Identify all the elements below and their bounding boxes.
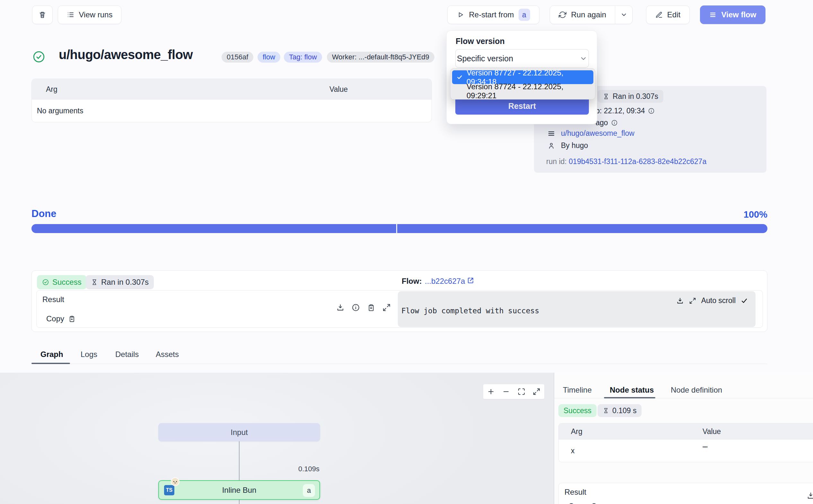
node-id-badge: a — [303, 484, 315, 497]
check-icon — [457, 74, 463, 80]
result-actions — [336, 303, 391, 312]
graph-edge — [239, 500, 240, 504]
node-duration-badge: 0.109 s — [598, 404, 642, 417]
run-again-button[interactable]: Run again — [550, 5, 633, 24]
chevron-down-icon — [580, 55, 589, 62]
menu-bars-icon — [547, 130, 555, 137]
no-arguments-text: No arguments — [37, 107, 83, 115]
flow-path-link[interactable]: u/hugo/awesome_flow — [561, 129, 634, 138]
node-success-badge: Success — [558, 404, 597, 417]
input-node[interactable]: Input — [158, 423, 320, 441]
download-icon[interactable] — [807, 491, 813, 500]
clipboard-icon[interactable] — [367, 303, 375, 312]
panel-tabs-divider — [554, 398, 813, 398]
clipboard-icon — [68, 315, 76, 323]
success-badge: Success — [37, 275, 87, 289]
auto-scroll-toggle[interactable]: Auto scroll — [701, 296, 736, 305]
tab-details[interactable]: Details — [115, 350, 139, 359]
arg-name: x — [571, 447, 575, 455]
progress-bar — [31, 224, 767, 233]
tab-graph[interactable]: Graph — [40, 350, 63, 359]
edit-button[interactable]: Edit — [646, 5, 690, 24]
copy-result-button[interactable]: Copy — [46, 314, 76, 323]
created-by-row: By hugo — [547, 141, 588, 150]
node-panel: Timeline Node status Node definition Suc… — [554, 373, 813, 504]
view-runs-button[interactable]: View runs — [58, 5, 121, 24]
arg-value: "" — [703, 445, 708, 453]
log-text: Flow job completed with success — [401, 307, 539, 315]
run-again-dropdown[interactable] — [615, 5, 632, 24]
progress-percent: 100% — [744, 209, 767, 220]
tabs-divider — [31, 364, 767, 364]
trash-icon — [38, 11, 47, 19]
view-runs-label: View runs — [79, 10, 113, 19]
graph-edge — [239, 441, 240, 480]
run-id-link[interactable]: 019b4531-f311-112a-6283-82e4b22c627a — [569, 157, 706, 166]
ran-in-chip: Ran in 0.307s — [598, 90, 663, 103]
external-link-icon[interactable] — [467, 276, 475, 284]
flow-graph-canvas[interactable]: Input 0.109s TS Inline Bun a — [0, 373, 554, 504]
download-icon[interactable] — [336, 303, 345, 312]
check-circle-icon — [32, 50, 46, 64]
restart-from-button[interactable]: Re-start from a — [447, 5, 539, 24]
arg-column-header: Arg — [571, 427, 582, 436]
zoom-out-button[interactable] — [502, 388, 510, 395]
tag-badge: Tag: flow — [284, 52, 322, 63]
info-icon[interactable] — [611, 119, 618, 126]
info-icon[interactable] — [352, 303, 360, 312]
log-panel: Flow job completed with success Auto scr… — [398, 291, 756, 327]
info-icon[interactable] — [648, 108, 655, 114]
result-label: Result — [42, 295, 64, 304]
download-icon[interactable] — [676, 297, 684, 305]
tab-node-definition[interactable]: Node definition — [671, 386, 722, 395]
zoom-in-button[interactable] — [487, 388, 495, 395]
version-dropdown-list: Version 87727 - 22.12.2025, 09:34:18 Ver… — [450, 68, 595, 100]
clipboard-icon — [590, 502, 598, 504]
ago-row: ago — [596, 118, 618, 127]
list-icon — [67, 11, 74, 19]
expand-icon[interactable] — [689, 297, 696, 304]
kind-badge: flow — [258, 52, 280, 63]
version-option[interactable]: Version 87724 - 22.12.2025, 09:29:21 — [452, 84, 593, 98]
restart-from-step-badge: a — [519, 9, 530, 21]
started-at-row: b: 22.12, 09:34 — [596, 107, 655, 115]
view-flow-button[interactable]: View flow — [700, 5, 765, 24]
graph-toolbar — [483, 384, 544, 399]
edit-label: Edit — [667, 10, 680, 19]
result-label: Result — [564, 488, 586, 497]
active-tab-underline — [31, 363, 70, 364]
version-select[interactable]: Specific version — [455, 49, 589, 68]
arguments-table: Arg Value No arguments — [31, 79, 432, 122]
fit-view-button[interactable] — [518, 388, 525, 395]
tab-node-status[interactable]: Node status — [610, 386, 654, 395]
inline-bun-node[interactable]: TS Inline Bun a — [158, 480, 320, 500]
expand-icon[interactable] — [382, 303, 391, 312]
pencil-icon — [655, 11, 663, 19]
flow-job-link[interactable]: ...b22c627a — [425, 277, 465, 286]
tab-timeline[interactable]: Timeline — [563, 386, 592, 395]
chevron-down-icon — [620, 11, 627, 18]
version-select-value: Specific version — [456, 54, 513, 63]
hourglass-icon — [603, 407, 609, 414]
run-result-card: Success Ran in 0.307s Flow: ...b22c627a … — [31, 270, 767, 332]
value-column-header: Value — [703, 427, 721, 436]
run-id-row: run id: 019b4531-f311-112a-6283-82e4b22c… — [546, 157, 706, 166]
run-again-main[interactable]: Run again — [550, 10, 615, 19]
restart-from-label: Re-start from — [469, 10, 514, 19]
view-flow-label: View flow — [721, 10, 756, 19]
tab-assets[interactable]: Assets — [156, 350, 179, 359]
ran-in-badge: Ran in 0.307s — [86, 275, 154, 289]
refresh-icon — [559, 11, 566, 19]
person-icon — [547, 142, 555, 150]
menu-bars-icon — [709, 11, 717, 19]
arg-column-header: Arg — [46, 85, 57, 94]
step-duration: 0.109s — [291, 465, 319, 473]
expand-graph-button[interactable] — [533, 388, 540, 395]
node-args-table: Arg Value x "" — [558, 423, 813, 462]
copy-node-result-button[interactable]: Copy — [568, 502, 598, 504]
value-column-header: Value — [329, 85, 348, 94]
log-controls: Auto scroll — [676, 296, 748, 305]
flow-run-page: View runs Re-start from a Run again Edit… — [0, 0, 813, 504]
tab-logs[interactable]: Logs — [81, 350, 97, 359]
delete-run-button[interactable] — [32, 5, 53, 24]
